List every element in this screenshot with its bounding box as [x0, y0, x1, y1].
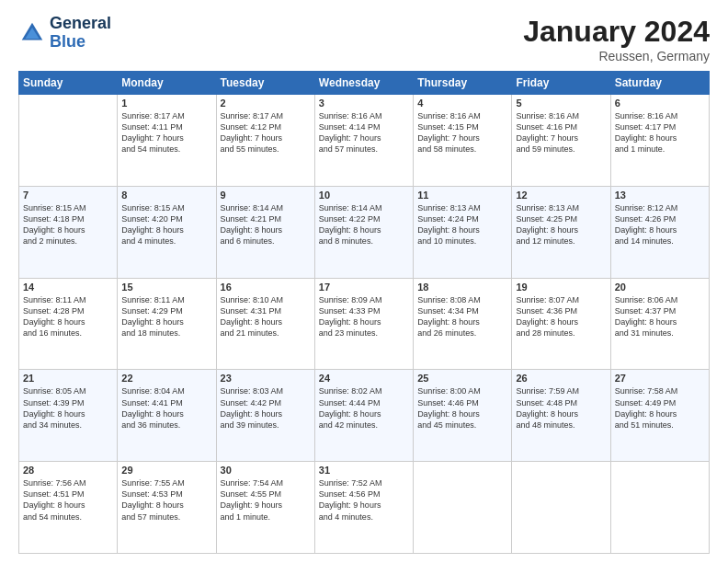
day-number: 9	[221, 190, 311, 201]
calendar-cell: 14Sunrise: 8:11 AM Sunset: 4:28 PM Dayli…	[19, 278, 118, 370]
day-info: Sunrise: 7:56 AM Sunset: 4:51 PM Dayligh…	[23, 477, 113, 523]
calendar-cell: 8Sunrise: 8:15 AM Sunset: 4:20 PM Daylig…	[118, 186, 216, 278]
calendar-cell: 9Sunrise: 8:14 AM Sunset: 4:21 PM Daylig…	[216, 186, 314, 278]
calendar-cell: 4Sunrise: 8:16 AM Sunset: 4:15 PM Daylig…	[414, 95, 512, 187]
day-info: Sunrise: 8:15 AM Sunset: 4:20 PM Dayligh…	[121, 202, 211, 247]
calendar-cell: 26Sunrise: 7:59 AM Sunset: 4:48 PM Dayli…	[512, 370, 610, 462]
day-number: 2	[221, 98, 311, 109]
calendar-header-sunday: Sunday	[19, 72, 118, 95]
subtitle: Reussen, Germany	[523, 49, 710, 63]
day-info: Sunrise: 8:09 AM Sunset: 4:33 PM Dayligh…	[319, 294, 409, 339]
calendar-cell: 19Sunrise: 8:07 AM Sunset: 4:36 PM Dayli…	[512, 278, 610, 370]
day-number: 5	[516, 98, 606, 109]
day-info: Sunrise: 8:07 AM Sunset: 4:36 PM Dayligh…	[516, 294, 606, 339]
day-info: Sunrise: 7:54 AM Sunset: 4:55 PM Dayligh…	[221, 477, 311, 523]
day-number: 26	[516, 373, 606, 384]
day-info: Sunrise: 8:13 AM Sunset: 4:25 PM Dayligh…	[516, 202, 606, 247]
calendar-cell	[414, 462, 512, 554]
calendar-cell: 11Sunrise: 8:13 AM Sunset: 4:24 PM Dayli…	[414, 186, 512, 278]
day-number: 13	[615, 190, 705, 201]
calendar-cell: 2Sunrise: 8:17 AM Sunset: 4:12 PM Daylig…	[216, 95, 314, 187]
day-number: 21	[23, 373, 113, 384]
header: General Blue January 2024 Reussen, Germa…	[18, 15, 710, 63]
day-info: Sunrise: 8:17 AM Sunset: 4:11 PM Dayligh…	[121, 110, 211, 155]
day-number: 8	[121, 190, 211, 201]
day-info: Sunrise: 8:00 AM Sunset: 4:46 PM Dayligh…	[417, 385, 507, 431]
calendar-week-5: 28Sunrise: 7:56 AM Sunset: 4:51 PM Dayli…	[19, 462, 710, 554]
calendar-week-2: 7Sunrise: 8:15 AM Sunset: 4:18 PM Daylig…	[19, 186, 710, 278]
day-number: 31	[319, 465, 409, 476]
day-number: 17	[319, 282, 409, 293]
day-number: 27	[615, 373, 705, 384]
day-info: Sunrise: 8:12 AM Sunset: 4:26 PM Dayligh…	[615, 202, 705, 247]
day-number: 15	[121, 282, 211, 293]
day-info: Sunrise: 8:04 AM Sunset: 4:41 PM Dayligh…	[121, 385, 211, 431]
day-number: 6	[615, 98, 705, 109]
day-info: Sunrise: 8:14 AM Sunset: 4:21 PM Dayligh…	[221, 202, 311, 247]
calendar-table: SundayMondayTuesdayWednesdayThursdayFrid…	[18, 71, 710, 554]
day-number: 30	[221, 465, 311, 476]
day-number: 18	[417, 282, 507, 293]
day-number: 28	[23, 465, 113, 476]
day-number: 22	[121, 373, 211, 384]
day-info: Sunrise: 7:59 AM Sunset: 4:48 PM Dayligh…	[516, 385, 606, 431]
day-info: Sunrise: 8:16 AM Sunset: 4:16 PM Dayligh…	[516, 110, 606, 155]
day-info: Sunrise: 8:14 AM Sunset: 4:22 PM Dayligh…	[319, 202, 409, 247]
day-number: 10	[319, 190, 409, 201]
day-number: 11	[417, 190, 507, 201]
calendar-cell: 28Sunrise: 7:56 AM Sunset: 4:51 PM Dayli…	[19, 462, 118, 554]
calendar-header-thursday: Thursday	[414, 72, 512, 95]
day-info: Sunrise: 8:15 AM Sunset: 4:18 PM Dayligh…	[23, 202, 113, 247]
calendar-cell: 24Sunrise: 8:02 AM Sunset: 4:44 PM Dayli…	[314, 370, 413, 462]
day-info: Sunrise: 8:06 AM Sunset: 4:37 PM Dayligh…	[615, 294, 705, 339]
calendar-header-friday: Friday	[512, 72, 610, 95]
calendar-cell: 30Sunrise: 7:54 AM Sunset: 4:55 PM Dayli…	[216, 462, 314, 554]
day-number: 29	[121, 465, 211, 476]
calendar-cell: 20Sunrise: 8:06 AM Sunset: 4:37 PM Dayli…	[610, 278, 709, 370]
calendar-cell: 1Sunrise: 8:17 AM Sunset: 4:11 PM Daylig…	[118, 95, 216, 187]
day-info: Sunrise: 8:13 AM Sunset: 4:24 PM Dayligh…	[417, 202, 507, 247]
calendar-cell	[610, 462, 709, 554]
day-info: Sunrise: 7:55 AM Sunset: 4:53 PM Dayligh…	[121, 477, 211, 523]
calendar-header-saturday: Saturday	[610, 72, 709, 95]
day-info: Sunrise: 8:08 AM Sunset: 4:34 PM Dayligh…	[417, 294, 507, 339]
day-number: 25	[417, 373, 507, 384]
day-number: 19	[516, 282, 606, 293]
calendar-week-1: 1Sunrise: 8:17 AM Sunset: 4:11 PM Daylig…	[19, 95, 710, 187]
calendar-cell: 22Sunrise: 8:04 AM Sunset: 4:41 PM Dayli…	[118, 370, 216, 462]
calendar-week-3: 14Sunrise: 8:11 AM Sunset: 4:28 PM Dayli…	[19, 278, 710, 370]
calendar-cell: 31Sunrise: 7:52 AM Sunset: 4:56 PM Dayli…	[314, 462, 413, 554]
day-info: Sunrise: 7:52 AM Sunset: 4:56 PM Dayligh…	[319, 477, 409, 523]
calendar-cell: 27Sunrise: 7:58 AM Sunset: 4:49 PM Dayli…	[610, 370, 709, 462]
month-title: January 2024	[523, 15, 710, 49]
day-number: 24	[319, 373, 409, 384]
day-info: Sunrise: 8:03 AM Sunset: 4:42 PM Dayligh…	[221, 385, 311, 431]
day-number: 3	[319, 98, 409, 109]
day-info: Sunrise: 8:16 AM Sunset: 4:17 PM Dayligh…	[615, 110, 705, 155]
calendar-cell: 15Sunrise: 8:11 AM Sunset: 4:29 PM Dayli…	[118, 278, 216, 370]
day-number: 4	[417, 98, 507, 109]
calendar-header-tuesday: Tuesday	[216, 72, 314, 95]
calendar-cell: 17Sunrise: 8:09 AM Sunset: 4:33 PM Dayli…	[314, 278, 413, 370]
logo: General Blue	[18, 15, 111, 52]
calendar-cell: 13Sunrise: 8:12 AM Sunset: 4:26 PM Dayli…	[610, 186, 709, 278]
logo-icon	[18, 19, 46, 47]
calendar-cell: 10Sunrise: 8:14 AM Sunset: 4:22 PM Dayli…	[314, 186, 413, 278]
day-info: Sunrise: 8:05 AM Sunset: 4:39 PM Dayligh…	[23, 385, 113, 431]
page: General Blue January 2024 Reussen, Germa…	[0, 0, 728, 563]
day-number: 23	[221, 373, 311, 384]
day-info: Sunrise: 8:10 AM Sunset: 4:31 PM Dayligh…	[221, 294, 311, 339]
calendar-header-wednesday: Wednesday	[314, 72, 413, 95]
title-block: January 2024 Reussen, Germany	[523, 15, 710, 63]
calendar-week-4: 21Sunrise: 8:05 AM Sunset: 4:39 PM Dayli…	[19, 370, 710, 462]
calendar-cell: 3Sunrise: 8:16 AM Sunset: 4:14 PM Daylig…	[314, 95, 413, 187]
calendar-cell: 25Sunrise: 8:00 AM Sunset: 4:46 PM Dayli…	[414, 370, 512, 462]
calendar-cell	[512, 462, 610, 554]
day-info: Sunrise: 8:02 AM Sunset: 4:44 PM Dayligh…	[319, 385, 409, 431]
calendar-cell: 12Sunrise: 8:13 AM Sunset: 4:25 PM Dayli…	[512, 186, 610, 278]
calendar-cell	[19, 95, 118, 187]
day-number: 20	[615, 282, 705, 293]
calendar-header-monday: Monday	[118, 72, 216, 95]
calendar-cell: 16Sunrise: 8:10 AM Sunset: 4:31 PM Dayli…	[216, 278, 314, 370]
calendar-cell: 5Sunrise: 8:16 AM Sunset: 4:16 PM Daylig…	[512, 95, 610, 187]
